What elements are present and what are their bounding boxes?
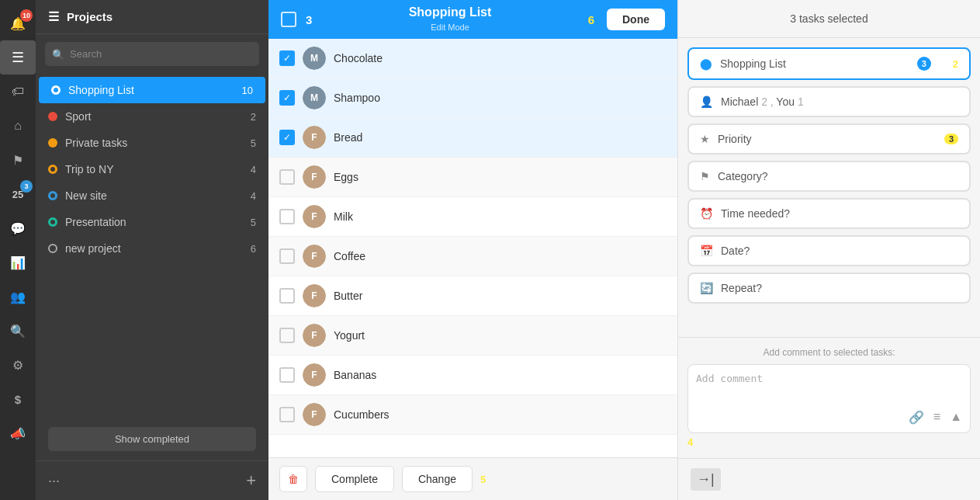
home-icon-item[interactable]: ⌂ [0, 109, 36, 143]
project-count-newsite: 4 [251, 190, 256, 202]
rp-field-category[interactable]: ⚑ Category? [687, 161, 971, 192]
search-input[interactable] [45, 42, 259, 66]
rp-time-label: Time needed? [721, 207, 958, 220]
table-row: F Eggs [268, 158, 677, 197]
rp-list-badge: 3 [917, 57, 931, 71]
project-item-trip[interactable]: Trip to NY 4 [36, 156, 268, 182]
project-count-shopping-list: 10 [242, 85, 253, 96]
project-name-sport: Sport [65, 110, 243, 123]
task-checkbox-butter[interactable] [279, 288, 295, 304]
projects-icon: ☰ [12, 49, 24, 66]
rp-field-repeat[interactable]: 🔄 Repeat? [687, 273, 971, 304]
collapse-button[interactable]: →| [691, 468, 721, 491]
drive-icon[interactable]: ▲ [950, 410, 962, 425]
speaker-icon: 📣 [10, 426, 26, 441]
task-name: Eggs [334, 171, 667, 183]
project-item-newproject[interactable]: new project 6 [36, 235, 268, 262]
project-dot-presentation [48, 217, 57, 227]
chat-icon-item[interactable]: 💬 [0, 211, 36, 245]
project-item-shopping-list[interactable]: Shopping List 10 [39, 77, 265, 103]
folder-icon: ☰ [48, 9, 59, 24]
search-icon-item[interactable]: 🔍 [0, 314, 36, 348]
speaker-icon-item[interactable]: 📣 [0, 416, 36, 450]
task-checkbox-bananas[interactable] [279, 367, 295, 383]
avatar: M [303, 47, 326, 70]
project-name-newproject: new project [65, 242, 243, 255]
project-dot-shopping-list [51, 85, 61, 95]
task-checkbox-chocolate[interactable]: ✓ [279, 50, 295, 66]
comment-section-label: Add comment to selected tasks: [687, 347, 971, 358]
main-area: 3 Shopping List Edit Mode 6 Done ✓ M Cho… [268, 0, 677, 500]
project-item-presentation[interactable]: Presentation 5 [36, 209, 268, 235]
rp-field-assignee[interactable]: 👤 Michael 2 , You 1 [687, 86, 971, 117]
calendar-badge: 3 [20, 180, 33, 193]
rp-field-time[interactable]: ⏰ Time needed? [687, 198, 971, 229]
task-checkbox-coffee[interactable] [279, 248, 295, 264]
project-dot-trip [48, 165, 57, 174]
people-icon: 👥 [10, 290, 26, 304]
trash-icon: 🗑 [288, 473, 299, 485]
project-item-private[interactable]: Private tasks 5 [36, 130, 268, 156]
task-checkbox-shampoo[interactable]: ✓ [279, 90, 295, 106]
repeat-icon: 🔄 [700, 282, 713, 294]
avatar: F [303, 324, 326, 347]
done-button[interactable]: Done [607, 9, 665, 30]
project-item-sport[interactable]: Sport 2 [36, 103, 268, 130]
project-item-newsite[interactable]: New site 4 [36, 182, 268, 209]
project-dot-newproject [48, 244, 57, 253]
rp-field-priority[interactable]: ★ Priority 3 [687, 123, 971, 155]
list-icon[interactable]: ≡ [933, 410, 940, 425]
top-bar: 3 Shopping List Edit Mode 6 Done [268, 0, 677, 39]
attach-icon[interactable]: 🔗 [909, 410, 924, 425]
table-row: ✓ M Chocolate [268, 39, 677, 78]
star-icon: ★ [700, 133, 710, 145]
change-button[interactable]: Change [402, 466, 473, 492]
task-checkbox-yogurt[interactable] [279, 328, 295, 343]
project-name-shopping-list: Shopping List [68, 84, 234, 96]
complete-button[interactable]: Complete [315, 466, 394, 492]
task-checkbox-milk[interactable] [279, 209, 295, 224]
person-icon: 👤 [700, 95, 713, 108]
tag-icon-item[interactable]: 🏷 [0, 75, 36, 109]
checkmark-icon: ✓ [283, 92, 291, 103]
search-box: 🔍 [45, 42, 259, 66]
table-row: F Cucumbers [268, 395, 677, 435]
task-list: ✓ M Chocolate ✓ M Shampoo ✓ F Bread [268, 39, 677, 457]
report-icon-item[interactable]: 📊 [0, 245, 36, 280]
michael-count: 2 [761, 95, 767, 108]
notification-icon-item[interactable]: 🔔 10 [0, 6, 36, 40]
calendar-icon-item[interactable]: 25 3 [0, 177, 36, 211]
project-dot-newsite [48, 191, 57, 200]
rp-assignee-label: Michael 2 , You 1 [721, 95, 958, 108]
show-completed-button[interactable]: Show completed [48, 427, 256, 451]
michael-label: Michael [721, 95, 758, 108]
task-checkbox-eggs[interactable] [279, 169, 295, 185]
delete-button[interactable]: 🗑 [279, 466, 307, 492]
projects-panel: ☰ Projects 🔍 Shopping List 10 Sport 2 Pr… [36, 0, 268, 500]
project-name-private: Private tasks [65, 137, 243, 149]
avatar-img: M [303, 86, 326, 109]
project-count-presentation: 5 [251, 217, 256, 228]
topbar-number: 6 [588, 13, 594, 26]
people-icon-item[interactable]: 👥 [0, 280, 36, 314]
rp-field-date[interactable]: 📅 Date? [687, 235, 971, 266]
dollar-icon-item[interactable]: $ [0, 382, 36, 416]
comment-badge: 4 [687, 436, 693, 448]
chat-icon: 💬 [10, 221, 26, 236]
more-options-button[interactable]: ··· [48, 473, 60, 489]
selected-count: 3 [306, 13, 312, 26]
settings-icon-item[interactable]: ⚙ [0, 348, 36, 382]
projects-icon-item[interactable]: ☰ [0, 40, 36, 75]
project-count-private: 5 [251, 137, 256, 149]
flag-icon-item[interactable]: ⚑ [0, 143, 36, 177]
avatar: F [303, 126, 326, 149]
right-panel-footer: →| [678, 458, 980, 500]
rp-field-list[interactable]: ⬤ Shopping List 3 2 [687, 47, 971, 80]
comment-input[interactable] [696, 373, 962, 404]
tasks-selected-label: 3 tasks selected [790, 12, 867, 25]
task-checkbox-cucumbers[interactable] [279, 407, 295, 422]
task-checkbox-bread[interactable]: ✓ [279, 130, 295, 145]
add-project-button[interactable]: + [246, 470, 256, 491]
select-all-checkbox[interactable] [281, 12, 296, 27]
project-count-newproject: 6 [251, 243, 256, 255]
